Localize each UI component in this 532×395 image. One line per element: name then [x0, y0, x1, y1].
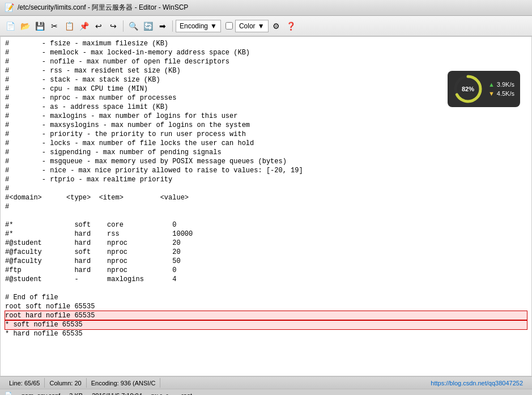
editor-line: # - locks - max number of file locks the…	[5, 139, 527, 148]
upload-icon: ▲	[488, 81, 495, 88]
chevron-down-icon: ▼	[210, 22, 217, 30]
editor-line: #@student hard nproc 20	[5, 239, 527, 248]
undo-button[interactable]: ↩	[92, 19, 105, 33]
editor-line: #	[5, 184, 527, 193]
editor-line: root soft nofile 65535	[5, 302, 527, 311]
cpu-ring: 82%	[453, 74, 483, 104]
save-button[interactable]: 💾	[33, 19, 46, 33]
editor-line: # - priority - the priority to run user …	[5, 130, 527, 139]
editor-line: * hard nofile 65535	[5, 329, 527, 338]
find-button[interactable]: 🔍	[126, 19, 140, 33]
line-status: Line: 65/65	[5, 378, 45, 388]
editor-line: #	[5, 202, 527, 211]
editor-line: # - msgqueue - max memory used by POSIX …	[5, 157, 527, 166]
file-icon: 📄	[5, 392, 12, 395]
goto-button[interactable]: ➡	[156, 19, 169, 33]
editor-line: #* hard rss 10000	[5, 230, 527, 239]
cpu-percent: 82%	[462, 86, 474, 92]
file-owner: root	[181, 392, 192, 396]
editor-line: # - nofile - max number of open file des…	[5, 57, 527, 66]
color-dropdown[interactable]: Color ▼	[235, 20, 269, 32]
editor-line: # - memlock - max locked-in-memory addre…	[5, 48, 527, 57]
encoding-status: Encoding: 936 (ANSI/C	[87, 378, 161, 388]
redo-button[interactable]: ↪	[107, 19, 120, 33]
download-stat: ▼ 4.5K/s	[488, 90, 514, 97]
file-name: pam_env.conf	[22, 392, 60, 396]
file-permissions: rw-r--r--	[151, 392, 172, 396]
editor-line: #@student - maxlogins 4	[5, 275, 527, 284]
open-button[interactable]: 📂	[18, 19, 32, 33]
editor-line: # - rtprio - max realtime priority	[5, 175, 527, 184]
copy-button[interactable]: 📋	[62, 19, 76, 33]
editor-line	[5, 284, 527, 293]
editor-line: * soft nofile 65535	[5, 320, 527, 329]
new-button[interactable]: 📄	[3, 19, 17, 33]
editor-line: #* soft core 0	[5, 220, 527, 230]
blog-link[interactable]: https://blog.csdn.net/qq38047252	[431, 380, 523, 386]
editor-line: #@faculty hard nproc 50	[5, 257, 527, 266]
toolbar: 📄 📂 💾 ✂ 📋 📌 ↩ ↪ 🔍 🔄 ➡ Encoding ▼ Color ▼…	[0, 16, 532, 36]
help-button[interactable]: ❓	[284, 19, 298, 33]
encoding-dropdown[interactable]: Encoding ▼	[176, 20, 221, 32]
editor-line: # - fsize - maximum filesize (KB)	[5, 39, 527, 48]
editor-line	[5, 211, 527, 220]
net-stats: ▲ 3.9K/s ▼ 4.5K/s	[488, 81, 514, 97]
editor-line: # - nice - max nice priority allowed to …	[5, 166, 527, 175]
settings-button[interactable]: ⚙	[270, 19, 283, 33]
editor-line: # - maxsyslogins - max number of logins …	[5, 121, 527, 130]
upload-stat: ▲ 3.9K/s	[488, 81, 514, 88]
cut-button[interactable]: ✂	[48, 19, 61, 33]
status-bar: Line: 65/65 Column: 20 Encoding: 936 (AN…	[0, 376, 532, 389]
chevron-down-icon-2: ▼	[258, 22, 265, 30]
editor-line: root hard nofile 65535	[5, 311, 527, 320]
title-bar-text: /etc/security/limits.conf - 阿里云服务器 - Edi…	[18, 3, 188, 12]
app-icon: 📝	[5, 3, 14, 12]
color-checkbox[interactable]	[225, 22, 233, 29]
file-bar: 📄 pam_env.conf 3 KB 2016/11/6 7:10:04 rw…	[0, 389, 532, 395]
editor-container: 82% ▲ 3.9K/s ▼ 4.5K/s # - fsize - maximu…	[0, 36, 532, 376]
editor-line: #ftp hard nproc 0	[5, 266, 527, 275]
editor-line: # End of file	[5, 293, 527, 302]
cpu-overlay: 82% ▲ 3.9K/s ▼ 4.5K/s	[448, 71, 520, 107]
column-status: Column: 20	[45, 378, 86, 388]
toolbar-sep-1	[123, 20, 124, 32]
file-date: 2016/11/6 7:10:04	[92, 392, 142, 396]
file-size: 3 KB	[69, 392, 83, 396]
download-icon: ▼	[488, 90, 495, 97]
toolbar-sep-2	[172, 20, 173, 32]
link-status: https://blog.csdn.net/qq38047252	[160, 378, 527, 388]
paste-button[interactable]: 📌	[77, 19, 91, 33]
editor-line: # - maxlogins - max number of logins for…	[5, 112, 527, 121]
editor-line: #<domain> <type> <item> <value>	[5, 193, 527, 202]
editor-line: # - sigpending - max number of pending s…	[5, 148, 527, 157]
editor-line: #@faculty soft nproc 20	[5, 248, 527, 257]
replace-button[interactable]: 🔄	[141, 19, 155, 33]
title-bar: 📝 /etc/security/limits.conf - 阿里云服务器 - E…	[0, 0, 532, 16]
